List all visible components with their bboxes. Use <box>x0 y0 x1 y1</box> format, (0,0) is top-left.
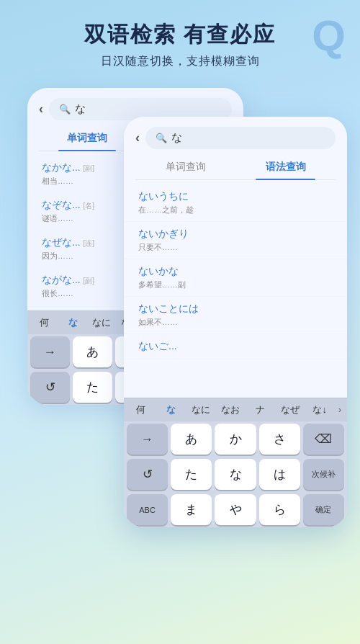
key-next-front[interactable]: 次候补 <box>303 459 344 490</box>
front-phone: ‹ 🔍 な 单词查询 语法查询 ないうちに 在……之前，趁 ないかぎり 只要不…… <box>124 117 347 527</box>
kana-なぜ-front[interactable]: なぜ <box>276 401 304 419</box>
key-row-front-3: ABC ま や ら 确定 <box>124 492 347 527</box>
result-list-front: ないうちに 在……之前，趁 ないかぎり 只要不…… ないかな 多希望……副 ない… <box>124 180 347 389</box>
result-cn-front-2: 多希望……副 <box>138 279 333 290</box>
back-arrow-back[interactable]: ‹ <box>39 102 43 117</box>
main-title: 双语检索 有查必应 <box>14 20 346 50</box>
key-a-front[interactable]: あ <box>171 424 212 455</box>
kana-何-front[interactable]: 何 <box>127 401 155 419</box>
kana-何-back[interactable]: 何 <box>30 314 58 331</box>
key-rotate-front[interactable]: ↺ <box>127 459 168 490</box>
result-item-front-2[interactable]: ないかな 多希望……副 <box>124 259 347 297</box>
result-jp-front-0: ないうちに <box>138 190 333 203</box>
main-subtitle: 日汉随意切换，支持模糊查询 <box>14 54 346 69</box>
front-phone-tabs: 单词查询 语法查询 <box>135 155 336 180</box>
search-icon-back: 🔍 <box>59 104 71 115</box>
kana-ナ-front[interactable]: ナ <box>246 401 274 419</box>
result-jp-front-3: ないことには <box>138 303 333 316</box>
tab-grammar-query-front[interactable]: 语法查询 <box>235 155 336 179</box>
key-ra-front[interactable]: ら <box>259 494 300 525</box>
key-delete-front[interactable]: ⌫ <box>303 424 344 455</box>
result-item-front-0[interactable]: ないうちに 在……之前，趁 <box>124 184 347 222</box>
key-a-back[interactable]: あ <box>73 336 112 367</box>
header-section: 双语检索 有查必应 日汉随意切换，支持模糊查询 Q <box>0 0 360 81</box>
search-text-front: な <box>171 131 182 145</box>
result-jp-front-2: ないかな <box>138 265 333 278</box>
result-cn-front-0: 在……之前，趁 <box>138 205 333 215</box>
key-confirm-front[interactable]: 确定 <box>303 494 344 525</box>
key-row-front-1: → あ か さ ⌫ <box>124 421 347 457</box>
result-item-front-1[interactable]: ないかぎり 只要不…… <box>124 222 347 259</box>
key-rotate-back[interactable]: ↺ <box>30 372 70 403</box>
back-arrow-front[interactable]: ‹ <box>135 130 140 146</box>
search-text-back: な <box>75 102 86 116</box>
key-abc-front[interactable]: ABC <box>127 494 168 525</box>
result-jp-front-1: ないかぎり <box>138 228 333 241</box>
key-ka-front[interactable]: か <box>215 424 256 455</box>
key-row-front-2: ↺ た な は 次候补 <box>124 457 347 492</box>
result-item-front-3[interactable]: ないことには 如果不…… <box>124 297 347 334</box>
search-bar-front[interactable]: 🔍 な <box>145 127 336 149</box>
kana-row-front: 何 な なに なお ナ なぜ な↓ › <box>124 398 347 421</box>
key-ya-front[interactable]: や <box>215 494 256 525</box>
keyboard-front: 何 な なに なお ナ なぜ な↓ › → あ か さ ⌫ ↺ た な は <box>124 398 347 527</box>
key-na-front[interactable]: な <box>215 459 256 490</box>
kana-な↓-front[interactable]: な↓ <box>306 401 334 419</box>
tab-word-query-front[interactable]: 单词查询 <box>135 155 235 179</box>
key-arrow-front[interactable]: → <box>127 424 168 455</box>
kana-な-front[interactable]: な <box>156 401 184 419</box>
key-ta-front[interactable]: た <box>171 459 212 490</box>
key-ta-back[interactable]: た <box>73 372 112 403</box>
search-icon-front: 🔍 <box>156 133 167 143</box>
kana-chevron-front[interactable]: › <box>336 403 344 417</box>
result-jp-front-4: ないご... <box>138 340 333 353</box>
logo-q: Q <box>312 14 346 58</box>
kana-なに-front[interactable]: なに <box>186 401 215 419</box>
key-ma-front[interactable]: ま <box>171 494 212 525</box>
phones-area: ‹ 🔍 な 单词查询 语法查询 なかな... [副] 相当…… なぞな... [… <box>0 81 360 571</box>
key-arrow-back[interactable]: → <box>30 336 70 367</box>
result-cn-front-3: 如果不…… <box>138 317 333 328</box>
kana-なお-front[interactable]: なお <box>216 401 244 419</box>
kana-なに-back[interactable]: なに <box>88 314 115 331</box>
result-cn-front-1: 只要不…… <box>138 242 333 253</box>
front-phone-header: ‹ 🔍 な <box>124 117 347 155</box>
key-ha-front[interactable]: は <box>259 459 300 490</box>
tab-word-query-back[interactable]: 单词查询 <box>39 126 135 151</box>
kana-な-back[interactable]: な <box>59 314 86 331</box>
result-item-front-4[interactable]: ないご... <box>124 334 347 359</box>
key-sa-front[interactable]: さ <box>259 424 300 455</box>
